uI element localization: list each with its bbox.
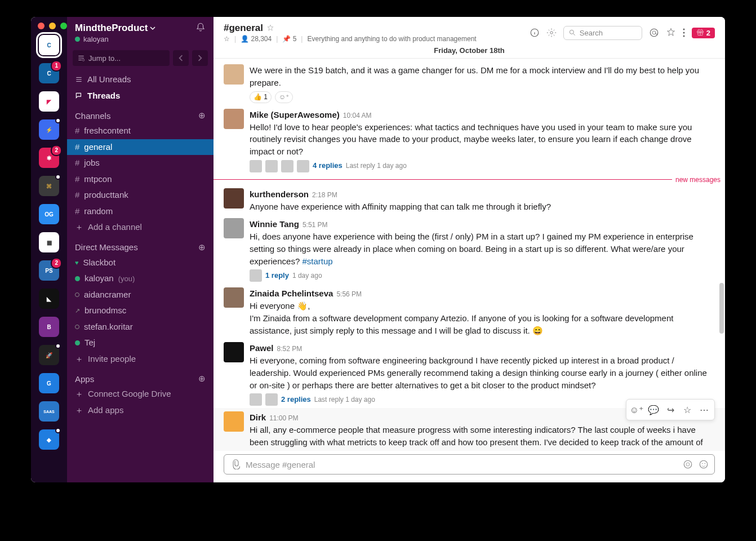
workspace-switch[interactable]: ◤ (39, 91, 59, 112)
channel-producttank[interactable]: #producttank (67, 187, 214, 203)
add-reaction[interactable]: ☺⁺ (275, 91, 293, 103)
workspace-switch[interactable]: 🚀 (39, 345, 59, 365)
reply-avatar[interactable] (265, 393, 278, 406)
attach-icon[interactable] (230, 459, 240, 469)
message-author[interactable]: kurthenderson (250, 188, 309, 201)
add-app-icon[interactable]: ⊕ (198, 374, 206, 384)
thread-replies[interactable]: 4 repliesLast reply 1 day ago (250, 160, 715, 172)
star-outline-icon[interactable] (266, 24, 274, 32)
workspace-switch[interactable]: ◆ (39, 429, 59, 450)
emoji-icon[interactable] (699, 459, 709, 469)
star-icon[interactable]: ☆ (224, 35, 230, 43)
message-input[interactable] (246, 460, 677, 469)
avatar[interactable] (224, 342, 244, 362)
mention-icon[interactable] (649, 28, 659, 38)
avatar[interactable] (224, 109, 244, 129)
add-reaction-icon[interactable]: ☺⁺ (629, 402, 644, 418)
avatar[interactable] (224, 411, 244, 432)
info-icon[interactable] (530, 28, 540, 38)
members-count[interactable]: 👤 28,304 (241, 35, 272, 43)
workspace-switch[interactable]: G (39, 373, 59, 393)
message[interactable]: kurthenderson2:18 PMAnyone have experien… (214, 185, 725, 215)
reply-avatar[interactable] (265, 160, 278, 172)
threads[interactable]: Threads (67, 88, 214, 104)
message-author[interactable]: Mike (SuperAwesome) (250, 109, 340, 121)
channel-random[interactable]: #random (67, 203, 214, 220)
hashtag-link[interactable]: #startup (302, 256, 332, 266)
thread-replies[interactable]: 1 reply1 day ago (250, 269, 715, 282)
thread-icon[interactable]: 💬 (646, 402, 661, 418)
share-icon[interactable]: ↪ (662, 402, 678, 418)
workspace-switch[interactable]: SAAS (39, 401, 59, 422)
gift-button[interactable]: 2 (692, 28, 715, 38)
channels-header[interactable]: Channels ⊕ (67, 104, 214, 123)
close-window[interactable] (38, 23, 45, 29)
message[interactable]: Winnie Tang5:51 PMHi, does anyone have e… (214, 215, 725, 284)
all-unreads[interactable]: All Unreads (67, 72, 214, 88)
minimize-window[interactable] (49, 23, 56, 29)
channel-mtpcon[interactable]: #mtpcon (67, 171, 214, 188)
channel-title[interactable]: #general (224, 23, 477, 34)
save-icon[interactable]: ☆ (679, 402, 695, 418)
workspace-switch[interactable]: B (39, 317, 59, 337)
avatar[interactable] (224, 218, 244, 238)
reply-avatar[interactable] (281, 160, 293, 172)
channel-topic[interactable]: Everything and anything to do with produ… (307, 35, 476, 43)
dm-header[interactable]: Direct Messages ⊕ (67, 236, 214, 255)
star-icon[interactable] (666, 28, 676, 38)
message-author[interactable]: Winnie Tang (250, 218, 299, 230)
jump-to[interactable]: Jump to... (73, 50, 170, 66)
message-author[interactable]: Pawel (250, 342, 274, 354)
message[interactable]: Mike (SuperAwesome)10:04 AMHello! I'd lo… (214, 105, 725, 175)
workspace-switch[interactable]: C (39, 35, 59, 55)
workspace-switch[interactable]: PS2 (39, 260, 59, 281)
dm-Slackbot[interactable]: ♥Slackbot (67, 255, 214, 271)
reaction[interactable]: 👍 1 (250, 91, 272, 103)
workspace-switch[interactable]: ◣ (39, 289, 59, 309)
dm-aidancramer[interactable]: aidancramer (67, 287, 214, 303)
dm-Tej[interactable]: Tej (67, 335, 214, 351)
gear-icon[interactable] (546, 28, 557, 38)
message-author[interactable]: Dirk (250, 411, 266, 424)
workspace-switch[interactable]: ▦ (39, 232, 59, 252)
channel-freshcontent[interactable]: #freshcontent (67, 123, 214, 139)
reply-avatar[interactable] (250, 160, 262, 172)
search-input[interactable]: Search (563, 26, 642, 40)
add-channel[interactable]: ＋ Add a channel (67, 219, 214, 236)
workspace-name[interactable]: MindtheProduct (75, 23, 155, 34)
reply-avatar[interactable] (297, 160, 309, 172)
message[interactable]: Zinaida Pchelintseva5:56 PMHi everyone 👋… (214, 284, 725, 339)
pins-count[interactable]: 📌 5 (282, 35, 296, 43)
mention-icon[interactable] (683, 459, 693, 469)
invite-people[interactable]: ＋ Invite people (67, 351, 214, 367)
workspace-switch[interactable]: ⌘ (39, 176, 59, 196)
avatar[interactable] (224, 287, 244, 308)
reply-avatar[interactable] (250, 393, 262, 406)
workspace-switch[interactable]: C1 (39, 63, 59, 83)
message-author[interactable]: Zinaida Pchelintseva (250, 287, 333, 300)
bell-icon[interactable] (195, 23, 206, 33)
app-item[interactable]: ＋Connect Google Drive (67, 386, 214, 402)
app-item[interactable]: ＋Add apps (67, 402, 214, 419)
message[interactable]: Pawel8:52 PMHi everyone, coming from sof… (214, 339, 725, 408)
add-channel-icon[interactable]: ⊕ (198, 110, 206, 121)
message-list[interactable]: We were in the S19 batch, and it was a g… (214, 59, 725, 451)
dm-stefan.koritar[interactable]: stefan.koritar (67, 319, 214, 335)
history-forward[interactable] (192, 50, 208, 66)
dm-brunodmsc[interactable]: ↗brunodmsc (67, 303, 214, 319)
channel-jobs[interactable]: #jobs (67, 155, 214, 171)
message[interactable]: We were in the S19 batch, and it was a g… (214, 61, 725, 105)
channel-general[interactable]: #general (67, 139, 214, 156)
apps-header[interactable]: Apps ⊕ (67, 367, 214, 386)
more-icon[interactable] (683, 28, 685, 37)
workspace-switch[interactable]: OG (39, 204, 59, 224)
reply-avatar[interactable] (250, 269, 262, 282)
avatar[interactable] (224, 64, 244, 85)
message[interactable]: Dirk11:00 PMHi all, any e-commerce peopl… (214, 408, 725, 451)
workspace-switch[interactable]: ✱2 (39, 148, 59, 168)
avatar[interactable] (224, 188, 244, 209)
current-user[interactable]: kaloyan (75, 35, 206, 43)
new-dm-icon[interactable]: ⊕ (198, 242, 206, 252)
more-actions-icon[interactable]: ⋯ (696, 402, 712, 418)
history-back[interactable] (173, 50, 189, 66)
